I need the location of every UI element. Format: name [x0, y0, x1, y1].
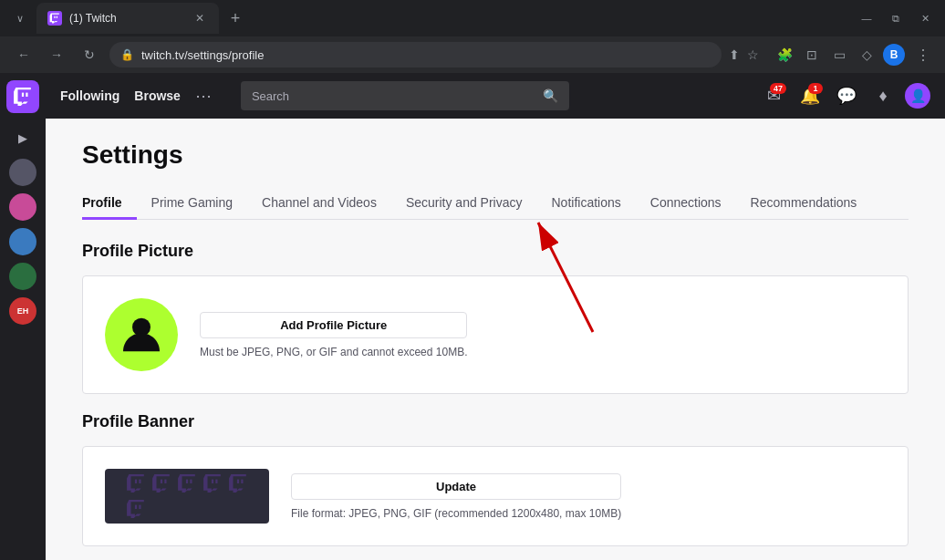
svg-rect-3	[22, 93, 24, 97]
svg-rect-5	[139, 480, 140, 483]
tab-profile[interactable]: Profile	[82, 188, 137, 220]
tab-security-privacy[interactable]: Security and Privacy	[391, 188, 537, 220]
notif-badge: 1	[808, 83, 823, 94]
notifications-button[interactable]: 🔔 1	[795, 81, 825, 110]
search-icon: 🔍	[543, 88, 558, 103]
nav-search-wrapper: 🔍	[241, 81, 569, 110]
svg-rect-7	[164, 480, 166, 483]
profile-icon[interactable]: ◇	[856, 44, 878, 66]
tab-connections[interactable]: Connections	[636, 188, 736, 220]
sidebar-avatar-3[interactable]	[9, 228, 36, 255]
sidebar-avatar-4[interactable]	[9, 263, 36, 290]
twitch-content: Following Browse ⋯ 🔍 ✉ 47 🔔 1 �	[46, 73, 945, 560]
avatar-icon: 👤	[910, 88, 926, 103]
inbox-button[interactable]: ✉ 47	[759, 81, 788, 110]
page-title: Settings	[82, 140, 909, 170]
window-controls: — ⧉ ✕	[854, 5, 938, 31]
tab-recommendations[interactable]: Recommendations	[736, 188, 872, 220]
tab-bar: ∨ (1) Twitch ✕ + — ⧉ ✕	[0, 0, 945, 36]
chat-button[interactable]: 💬	[832, 81, 861, 110]
nav-more-icon[interactable]: ⋯	[195, 86, 212, 106]
profile-pic-actions: Add Profile Picture Must be JPEG, PNG, o…	[200, 312, 467, 358]
media-ext-icon[interactable]: ⊡	[801, 44, 823, 66]
url-text: twitch.tv/settings/profile	[141, 48, 711, 62]
twitch-logo[interactable]	[6, 80, 39, 113]
svg-rect-1	[54, 16, 55, 18]
settings-tabs: Profile Prime Gaming Channel and Videos …	[82, 188, 909, 220]
address-bar: ← → ↻ 🔒 twitch.tv/settings/profile ⬆ ☆ 🧩…	[0, 36, 945, 73]
nav-browse-link[interactable]: Browse	[134, 88, 181, 103]
nav-icons: ✉ 47 🔔 1 💬 ♦ 👤	[759, 81, 930, 110]
tab-prime-gaming[interactable]: Prime Gaming	[137, 188, 247, 220]
bookmark-icon[interactable]: ☆	[747, 47, 759, 62]
nav-following-link[interactable]: Following	[60, 88, 119, 103]
minimize-button[interactable]: —	[854, 5, 879, 31]
forward-button[interactable]: →	[44, 42, 69, 67]
sidebar-avatar-2[interactable]	[9, 193, 36, 221]
avatar-placeholder	[105, 298, 178, 371]
tab-close-button[interactable]: ✕	[192, 10, 208, 26]
tab-favicon	[47, 11, 62, 26]
svg-rect-6	[135, 480, 137, 483]
svg-rect-16	[135, 505, 137, 509]
update-banner-button[interactable]: Update	[291, 473, 621, 500]
new-tab-button[interactable]: +	[223, 5, 248, 31]
profile-pic-content: Add Profile Picture Must be JPEG, PNG, o…	[105, 298, 886, 371]
cast-icon[interactable]: ▭	[828, 44, 850, 66]
profile-banner-card: Update File format: JPEG, PNG, GIF (reco…	[82, 446, 909, 546]
svg-rect-9	[190, 480, 192, 483]
inbox-badge: 47	[770, 83, 786, 94]
sidebar-video-icon[interactable]: ▶	[9, 124, 36, 151]
add-profile-picture-button[interactable]: Add Profile Picture	[200, 312, 467, 338]
svg-rect-10	[186, 480, 188, 483]
svg-rect-8	[161, 480, 162, 483]
svg-rect-11	[215, 480, 217, 483]
twitch-page: Settings Profile Prime Gaming Channel an…	[82, 140, 909, 546]
tab-title: (1) Twitch	[69, 12, 184, 25]
active-tab[interactable]: (1) Twitch ✕	[36, 3, 219, 34]
refresh-button[interactable]: ↻	[77, 42, 102, 67]
profile-picture-card: Add Profile Picture Must be JPEG, PNG, o…	[82, 275, 909, 394]
crown-icon: ♦	[878, 87, 887, 106]
profile-banner-section-title: Profile Banner	[82, 412, 909, 431]
browser-chrome: ∨ (1) Twitch ✕ + — ⧉ ✕ ← → ↻ 🔒 twitch.tv…	[0, 0, 945, 73]
banner-hint: File format: JPEG, PNG, GIF (recommended…	[291, 507, 621, 520]
tab-channel-videos[interactable]: Channel and Videos	[247, 188, 391, 220]
svg-rect-12	[212, 480, 213, 483]
profile-picture-hint: Must be JPEG, PNG, or GIF and cannot exc…	[200, 346, 467, 358]
main-content: Settings Profile Prime Gaming Channel an…	[46, 119, 945, 560]
banner-content: Update File format: JPEG, PNG, GIF (reco…	[105, 469, 886, 524]
twitch-app: ▶ EH Following Browse ⋯ 🔍 ✉ 47	[0, 73, 945, 560]
share-icon[interactable]: ⬆	[729, 47, 740, 62]
tab-notifications[interactable]: Notifications	[537, 188, 636, 220]
svg-rect-13	[241, 480, 243, 483]
crown-button[interactable]: ♦	[868, 81, 898, 110]
search-input[interactable]	[252, 89, 535, 103]
svg-rect-0	[57, 16, 57, 18]
search-bar[interactable]: 🔍	[241, 81, 569, 110]
restore-button[interactable]: ⧉	[883, 5, 909, 31]
lock-icon: 🔒	[120, 48, 134, 61]
window-more-button[interactable]: ∨	[7, 5, 33, 31]
user-avatar[interactable]: 👤	[905, 83, 930, 109]
svg-rect-2	[26, 93, 27, 97]
sidebar-avatar-5[interactable]: EH	[9, 297, 36, 325]
banner-placeholder	[105, 469, 269, 524]
sidebar-avatar-1[interactable]	[9, 159, 36, 186]
banner-actions: Update File format: JPEG, PNG, GIF (reco…	[291, 473, 621, 520]
sidebar: ▶ EH	[0, 73, 46, 560]
extensions-bar: 🧩 ⊡ ▭ ◇ B	[774, 44, 905, 66]
svg-rect-15	[139, 505, 140, 509]
back-button[interactable]: ←	[11, 42, 36, 67]
chat-icon: 💬	[836, 86, 857, 106]
svg-rect-14	[237, 480, 239, 483]
browser-menu-icon[interactable]: ⋮	[912, 47, 934, 64]
twitch-navbar: Following Browse ⋯ 🔍 ✉ 47 🔔 1 �	[46, 73, 945, 119]
url-bar[interactable]: 🔒 twitch.tv/settings/profile	[109, 42, 722, 67]
close-button[interactable]: ✕	[912, 5, 938, 31]
profile-picture-section-title: Profile Picture	[82, 242, 909, 261]
brave-icon[interactable]: B	[883, 44, 905, 66]
puzzle-icon[interactable]: 🧩	[774, 44, 795, 66]
